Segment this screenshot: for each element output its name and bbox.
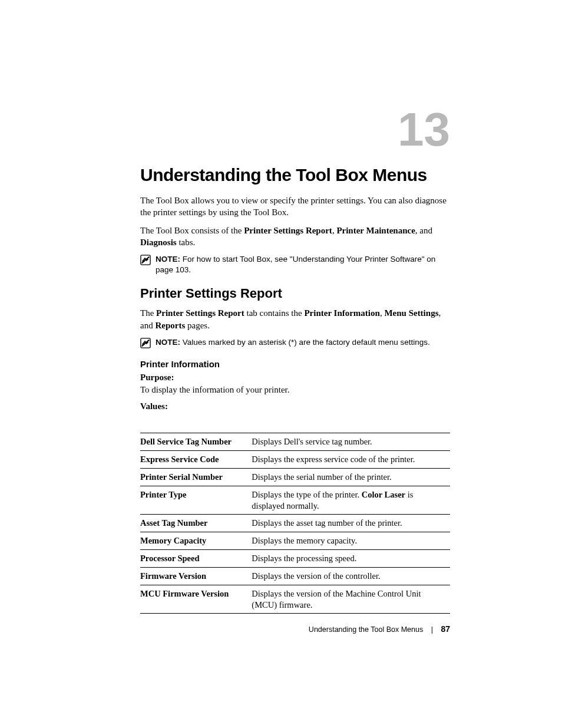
purpose-text: To display the information of your print… — [140, 384, 450, 396]
table-value: Displays the asset tag number of the pri… — [252, 515, 450, 532]
note-lead: NOTE: — [156, 338, 180, 347]
text: pages. — [185, 321, 210, 330]
chapter-title: Understanding the Tool Box Menus — [140, 165, 450, 185]
intro-paragraph-2: The Tool Box consists of the Printer Set… — [140, 225, 450, 249]
table-value: Displays the processing speed. — [252, 550, 450, 568]
table-key: Firmware Version — [140, 567, 252, 585]
table-row: Memory CapacityDisplays the memory capac… — [140, 532, 450, 550]
note-block: NOTE: Values marked by an asterisk (*) a… — [140, 337, 450, 348]
bold-text: Printer Maintenance — [336, 226, 415, 235]
bold-text: Reports — [155, 321, 185, 330]
footer-separator: | — [431, 625, 433, 634]
bold-text: Printer Settings Report — [156, 308, 244, 318]
table-row: Printer TypeDisplays the type of the pri… — [140, 486, 450, 515]
table-row: MCU Firmware VersionDisplays the version… — [140, 585, 450, 614]
table-value: Displays the version of the Machine Cont… — [252, 585, 450, 614]
table-key: MCU Firmware Version — [140, 585, 252, 614]
section-paragraph: The Printer Settings Report tab contains… — [140, 307, 450, 331]
page-number: 87 — [441, 624, 450, 634]
table-key: Asset Tag Number — [140, 515, 252, 532]
note-body: For how to start Tool Box, see "Understa… — [156, 255, 435, 274]
table-key: Express Service Code — [140, 451, 252, 469]
note-text: NOTE: For how to start Tool Box, see "Un… — [156, 254, 450, 275]
section-heading: Printer Settings Report — [140, 286, 450, 301]
table-value: Displays the type of the printer. Color … — [252, 486, 450, 515]
table-key: Processor Speed — [140, 550, 252, 568]
footer-title: Understanding the Tool Box Menus — [309, 625, 423, 634]
note-icon — [140, 338, 151, 348]
table-row: Asset Tag NumberDisplays the asset tag n… — [140, 515, 450, 532]
table-value: Displays the version of the controller. — [252, 567, 450, 585]
bold-text: Printer Settings Report — [244, 226, 332, 235]
values-label: Values: — [140, 401, 450, 411]
table-key: Dell Service Tag Number — [140, 433, 252, 451]
table-key: Printer Serial Number — [140, 468, 252, 486]
note-lead: NOTE: — [156, 255, 180, 263]
bold-text: Printer Information — [304, 308, 379, 318]
subsection-heading: Printer Information — [140, 359, 450, 369]
text: The Tool Box consists of the — [140, 226, 244, 235]
note-body: Values marked by an asterisk (*) are the… — [180, 338, 430, 347]
table-row: Firmware VersionDisplays the version of … — [140, 567, 450, 585]
table-value: Displays the serial number of the printe… — [252, 468, 450, 486]
table-row: Printer Serial NumberDisplays the serial… — [140, 468, 450, 486]
note-icon — [140, 255, 151, 265]
table-key: Printer Type — [140, 486, 252, 515]
bold-text: Diagnosis — [140, 238, 177, 247]
page-footer: Understanding the Tool Box Menus | 87 — [140, 624, 450, 634]
table-row: Express Service CodeDisplays the express… — [140, 451, 450, 469]
table-row: Processor SpeedDisplays the processing s… — [140, 550, 450, 568]
table-row: Dell Service Tag NumberDisplays Dell's s… — [140, 433, 450, 451]
values-table: Dell Service Tag NumberDisplays Dell's s… — [140, 433, 450, 614]
purpose-label: Purpose: — [140, 373, 450, 383]
text: The — [140, 308, 156, 318]
text: , and — [415, 226, 432, 235]
bold-text: Menu Settings — [384, 308, 438, 318]
text: tabs. — [177, 238, 196, 247]
intro-paragraph-1: The Tool Box allows you to view or speci… — [140, 195, 450, 219]
table-value: Displays the express service code of the… — [252, 451, 450, 469]
table-value: Displays the memory capacity. — [252, 532, 450, 550]
table-value: Displays Dell's service tag number. — [252, 433, 450, 451]
note-block: NOTE: For how to start Tool Box, see "Un… — [140, 254, 450, 275]
text: tab contains the — [244, 308, 305, 318]
note-text: NOTE: Values marked by an asterisk (*) a… — [156, 337, 430, 348]
table-key: Memory Capacity — [140, 532, 252, 550]
chapter-number: 13 — [140, 106, 450, 153]
